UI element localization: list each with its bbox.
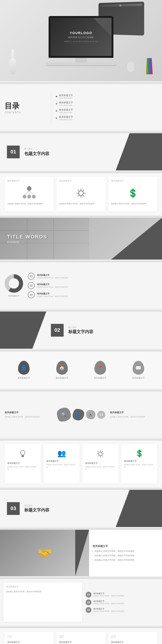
svg-point-3 (32, 195, 36, 198)
dollar-icon-2: 💲 (124, 447, 155, 460)
notebook-text: 此处输入具体文字内容，描述文字内容说明 (6, 590, 79, 594)
slide-part3-header: 03 第三部分 标题文字内容 (0, 490, 162, 527)
svg-point-8 (20, 450, 25, 455)
divider-12 (0, 577, 162, 579)
toc-item-4: 相关标题文字 THE HEADLINE (56, 116, 157, 121)
divider-2 (0, 132, 162, 133)
slide-part1-header: 01 第一部分 包题文字内容 (0, 133, 162, 170)
toc-title-en: CONTENTS (5, 111, 46, 114)
gear-card-2-title: 相关标题文字 (46, 460, 77, 463)
toc-label-3: 相关标题文字 (59, 108, 73, 112)
gear-card-2: 👥 相关标题文字 此处输入具体文字内容，描述文字内容说明 (44, 444, 80, 484)
card3-content: 此处输入具体文字内容，描述文字内容说明 (111, 202, 155, 206)
svg-rect-9 (21, 455, 24, 457)
circle-item-1: 01 相关标题文字 此处输入具体文字内容，描述文字内容说明 (28, 273, 157, 280)
toc-dot-1 (56, 96, 57, 97)
part1-number: 01 (7, 146, 20, 158)
notebook-heading: 相关标题文字 (6, 585, 79, 588)
card1-content: 此处输入具体文字内容，描述文字内容说明 (7, 202, 51, 206)
toc-headline-3: THE HEADLINE (59, 112, 73, 114)
part3-number: 03 (7, 502, 20, 515)
gear-icon-2 (96, 449, 105, 458)
gear-card-3-text: 此处输入具体文字内容，描述文字内容说明 (85, 466, 116, 470)
circle-title-1: 相关标题文字 (37, 274, 68, 277)
circle-desc-2: 此处输入具体文字内容，描述文字内容说明 (37, 286, 68, 288)
blob-content-2: 此处输入具体文字内容，描述文字内容说明 (110, 416, 158, 418)
divider-9 (0, 439, 162, 441)
pin-item-1: 👤 相关标题文字 (18, 361, 30, 380)
toc-dot-3 (56, 110, 57, 112)
part2-desc: 标题文字内容 (68, 329, 93, 334)
slide-cover: 💻 YOURLOGO 欧美商务鸟工作汇报模板 ★报告总汇 ★工作汇报 ★汇报总结… (0, 0, 162, 81)
svg-point-11 (99, 452, 102, 456)
part1-desc: 包题文字内容 (24, 151, 49, 156)
part1-label: 第一部分 (24, 148, 49, 150)
divider-5 (0, 260, 162, 262)
blob-content: 此处输入具体文字内容，描述文字内容说明 (5, 416, 52, 418)
pin-label-2: 相关标题文字 (56, 376, 68, 380)
blob-4: 📧 (97, 411, 105, 419)
slide-part2-header: 02 第二部分 标题文字内容 (0, 312, 162, 349)
part2-label: 第二部分 (68, 326, 93, 329)
blob-1: 🔍 (57, 408, 71, 422)
stacked-card-2-title: 相关标题文字 (59, 641, 103, 644)
slide-icon-pins: 👤 相关标题文字 🏠 相关标题文字 📍 相关标题文字 ✉️ 相关标题文字 (0, 352, 162, 389)
gear-card-1: 相关标题文字 此处输入具体文字内容，描述文字内容说明 (5, 444, 41, 484)
slide-photo-1: TITLE WORDS 相关标题内容 (0, 218, 162, 260)
nb-num-item-2: 02 相关标题文字 此处输入具体文字内容，描述文字内容说明 (86, 600, 159, 605)
cover-tags: ★报告总汇 ★工作汇报 ★汇报总结 ★工作汇报 (64, 40, 98, 43)
svg-point-7 (79, 191, 83, 196)
lightbulb-icon (18, 449, 27, 458)
toc-headline-4: THE HEADLINE (59, 119, 73, 121)
ring-label-1: 相关标题文字 (8, 294, 19, 297)
section-sublabel: 相关标题内容 (7, 241, 47, 244)
blob-title: 相关标题文字 (5, 411, 52, 414)
pin-item-2: 🏠 相关标题文字 (56, 361, 68, 380)
toc-dot-4 (56, 118, 57, 119)
divider-1 (0, 82, 162, 84)
info-card-1: 相关标题文字 此处输入具体文字内容，描述文字内容说明 (5, 177, 54, 212)
card2-content: 此处输入具体文字内容，描述文字内容说明 (59, 202, 103, 206)
divider-11 (0, 528, 162, 530)
nb-item-3-title: 相关标题文字 (93, 608, 124, 610)
settings-icon (75, 187, 87, 199)
circle-title-2: 相关标题文字 (37, 283, 68, 286)
nb-item-2-title: 相关标题文字 (93, 600, 124, 602)
card1-title: 相关标题文字 (7, 180, 51, 182)
toc-headline-2: THE HEADLINE (59, 104, 73, 106)
circle-num-1: 01 (28, 273, 35, 280)
handshake-item-1: 此处输入具体文字内容，描述文字内容说明 (92, 550, 159, 553)
slide-notebook: 相关标题文字 此处输入具体文字内容，描述文字内容说明 01 相关标题文字 此处输… (0, 579, 162, 626)
pin-label-3: 相关标题文字 (94, 376, 106, 380)
blob-title-2: 相关标题文字 (110, 411, 158, 414)
org-chart-icon (21, 185, 37, 201)
svg-point-0 (27, 186, 31, 191)
svg-line-6 (29, 191, 34, 195)
nb-item-3-text: 此处输入具体文字内容，描述文字内容说明 (93, 610, 124, 612)
pin-item-3: 📍 相关标题文字 (94, 361, 106, 380)
ring-chart-1 (5, 274, 23, 293)
circle-num-2: 02 (28, 282, 35, 289)
slide-info-1: 相关标题文字 此处输入具体文字内容，描述文字内容说明 相关标题文字 (0, 173, 162, 215)
part2-number: 02 (51, 324, 64, 337)
divider-13 (0, 626, 162, 628)
circle-item-2: 02 相关标题文字 此处输入具体文字内容，描述文字内容说明 (28, 282, 157, 289)
handshake-icon: 🤝 (37, 546, 52, 560)
slide-blobs: 相关标题文字 此处输入具体文字内容，描述文字内容说明 🔍 👤 🔊 📧 相关标题文… (0, 392, 162, 438)
handshake-item-2: 此处输入具体文字内容，描述文字内容说明 (92, 554, 159, 557)
divider-7 (0, 350, 162, 352)
info-card-3: 相关标题文字 💲 此处输入具体文字内容，描述文字内容说明 (108, 177, 157, 212)
divider-3 (0, 171, 162, 173)
divider-8 (0, 390, 162, 392)
svg-point-2 (27, 195, 31, 198)
slide-toc: 目录 CONTENTS 相关标题文字 THE HEADLINE 相关标题文字 T… (0, 84, 162, 130)
circle-title-3: 相关标题文字 (37, 292, 68, 295)
circle-num-3: 03 (28, 291, 35, 298)
gear-card-4: 💲 相关标题文字 此处输入具体文字内容，描述文字内容说明 (121, 444, 157, 484)
nb-num-item-1: 01 相关标题文字 此处输入具体文字内容，描述文字内容说明 (86, 592, 159, 598)
toc-label-1: 相关标题文字 (59, 94, 73, 97)
slide-gear-cards: 相关标题文字 此处输入具体文字内容，描述文字内容说明 👥 相关标题文字 此处输入… (0, 441, 162, 487)
gear-card-3: 相关标题文字 此处输入具体文字内容，描述文字内容说明 (82, 444, 118, 484)
circle-desc-1: 此处输入具体文字内容，描述文字内容说明 (37, 277, 68, 279)
stacked-card-3-title: 相关标题文字 (111, 641, 155, 644)
